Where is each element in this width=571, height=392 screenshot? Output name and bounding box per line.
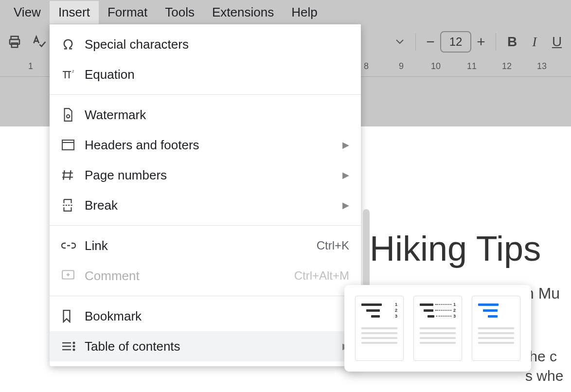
font-size-increase[interactable]: +: [471, 34, 491, 50]
menu-item-link[interactable]: Link Ctrl+K: [50, 231, 361, 261]
ruler-number: 11: [467, 61, 477, 71]
omega-icon: [61, 37, 85, 51]
pi-icon: 2: [61, 68, 85, 81]
menu-item-special-characters[interactable]: Special characters: [50, 29, 361, 59]
ruler-number: 9: [399, 61, 404, 71]
hash-icon: [61, 169, 85, 181]
header-footer-icon: [61, 139, 85, 151]
menu-label: Special characters: [85, 37, 349, 52]
ruler-number: 13: [537, 61, 547, 71]
italic-button[interactable]: I: [523, 34, 546, 50]
toc-option-blue-links[interactable]: [472, 296, 520, 361]
menu-tools[interactable]: Tools: [156, 1, 203, 24]
menu-divider: [50, 296, 361, 296]
toc-option-plain-numbers[interactable]: 1 2 3: [355, 296, 404, 361]
document-title-text: Hiking Tips: [370, 229, 541, 268]
insert-menu-dropdown: Special characters 2 Equation Watermark …: [50, 24, 361, 366]
menu-label: Link: [85, 238, 317, 253]
menu-item-bookmark[interactable]: Bookmark: [50, 301, 361, 331]
submenu-arrow-icon: ▶: [342, 140, 349, 150]
menu-item-table-of-contents[interactable]: Table of contents ▶: [50, 331, 361, 361]
svg-point-13: [73, 349, 75, 351]
menu-item-equation[interactable]: 2 Equation: [50, 59, 361, 89]
bookmark-icon: [61, 309, 85, 323]
menu-label: Equation: [85, 67, 349, 82]
menu-view[interactable]: View: [5, 1, 50, 24]
svg-rect-5: [62, 140, 74, 150]
menu-item-watermark[interactable]: Watermark: [50, 100, 361, 130]
svg-point-11: [73, 342, 75, 344]
page-break-icon: [61, 198, 85, 212]
menu-label: Watermark: [85, 107, 349, 123]
menu-label: Comment: [85, 268, 294, 284]
menu-divider: [50, 225, 361, 226]
menu-format[interactable]: Format: [99, 1, 156, 24]
menu-extensions[interactable]: Extensions: [203, 1, 283, 24]
spellcheck-icon[interactable]: [28, 31, 50, 53]
ruler-number: 1: [28, 61, 33, 71]
svg-point-12: [73, 346, 75, 347]
menu-shortcut: Ctrl+K: [317, 239, 349, 252]
menu-divider: [50, 94, 361, 95]
menu-label: Page numbers: [85, 168, 342, 183]
link-icon: [61, 241, 85, 250]
menu-item-break[interactable]: Break ▶: [50, 190, 361, 220]
submenu-arrow-icon: ▶: [342, 170, 349, 180]
comment-icon: [61, 269, 85, 282]
print-icon[interactable]: [4, 31, 25, 53]
separator: [415, 33, 416, 51]
menu-label: Break: [85, 198, 342, 213]
toc-icon: [61, 340, 85, 352]
ruler-number: 10: [431, 61, 441, 71]
dropdown-scrollbar[interactable]: [363, 209, 370, 287]
dropdown-caret-icon[interactable]: [389, 31, 410, 53]
underline-button[interactable]: U: [546, 34, 568, 50]
toc-submenu: 1 2 3 1 2 3: [344, 285, 531, 372]
submenu-arrow-icon: ▶: [342, 200, 349, 211]
menubar: View Insert Format Tools Extensions Help: [0, 0, 571, 24]
bold-button[interactable]: B: [501, 34, 523, 50]
menu-label: Table of contents: [85, 339, 342, 354]
menu-item-comment: Comment Ctrl+Alt+M: [50, 261, 361, 291]
menu-item-page-numbers[interactable]: Page numbers ▶: [50, 160, 361, 190]
menu-insert[interactable]: Insert: [50, 1, 99, 24]
menu-item-headers-footers[interactable]: Headers and footers ▶: [50, 130, 361, 160]
font-size-decrease[interactable]: −: [421, 34, 440, 50]
svg-point-4: [67, 115, 70, 118]
menu-shortcut: Ctrl+Alt+M: [294, 269, 349, 283]
watermark-icon: [61, 107, 85, 122]
menu-label: Bookmark: [85, 309, 349, 324]
font-size-input[interactable]: 12: [440, 31, 471, 53]
menu-label: Headers and footers: [85, 138, 342, 153]
ruler-number: 8: [364, 61, 369, 71]
menu-help[interactable]: Help: [283, 1, 326, 24]
separator: [496, 33, 496, 51]
toc-option-dotted-numbers[interactable]: 1 2 3: [413, 296, 462, 361]
ruler-number: 12: [502, 61, 512, 71]
document-body-text: s whe: [525, 368, 563, 384]
svg-text:2: 2: [72, 69, 74, 73]
